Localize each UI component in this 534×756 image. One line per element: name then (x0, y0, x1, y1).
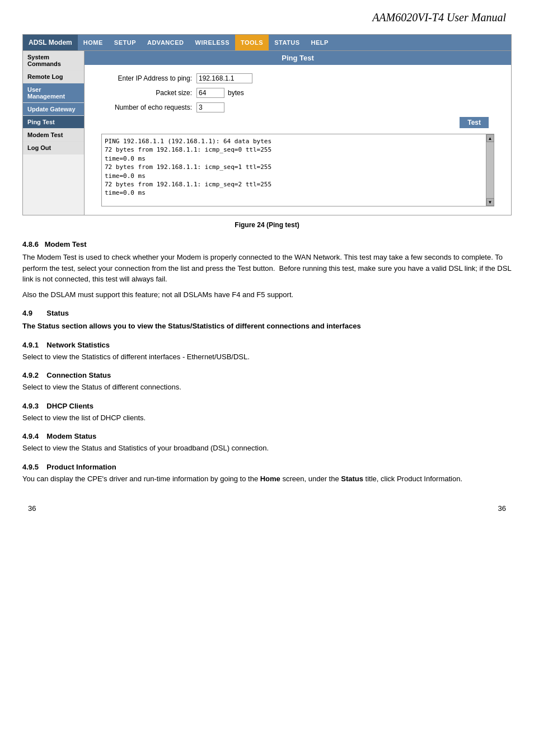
nav-brand: ADSL Modem (23, 35, 78, 50)
sidebar-item-update-gateway[interactable]: Update Gateway (23, 103, 84, 116)
section-491-heading: 4.9.1 Network Statistics (22, 341, 512, 349)
packet-input[interactable] (196, 88, 224, 98)
nav-item-advanced[interactable]: ADVANCED (142, 35, 190, 50)
ping-output-container: PING 192.168.1.1 (192.168.1.1): 64 data … (101, 134, 494, 206)
nav-item-home[interactable]: HOME (78, 35, 109, 50)
section-486-para1: The Modem Test is used to check whether … (22, 252, 512, 285)
section-492: 4.9.2 Connection Status Select to view t… (22, 371, 512, 393)
nav-item-tools[interactable]: TOOLS (235, 35, 269, 50)
section-486: 4.8.6 Modem Test The Modem Test is used … (22, 240, 512, 300)
scroll-down-arrow[interactable]: ▼ (486, 198, 494, 206)
sidebar-item-ping-test[interactable]: Ping Test (23, 116, 84, 129)
section-493-heading: 4.9.3 DHCP Clients (22, 402, 512, 410)
page-footer: 36 36 (22, 493, 512, 513)
sidebar-item-remote-log[interactable]: Remote Log (23, 71, 84, 83)
echo-label: Number of echo requests: (96, 104, 196, 111)
modem-ui-screenshot: ADSL Modem HOME SETUP ADVANCED WIRELESS … (22, 34, 512, 215)
section-491: 4.9.1 Network Statistics Select to view … (22, 341, 512, 363)
content-area: Ping Test Enter IP Address to ping: Pack… (85, 51, 511, 215)
section-495: 4.9.5 Product Information You can displa… (22, 463, 512, 485)
sidebar-item-log-out[interactable]: Log Out (23, 142, 84, 154)
bold-status: Status (341, 475, 363, 483)
section-494: 4.9.4 Modem Status Select to view the St… (22, 432, 512, 454)
ping-output: PING 192.168.1.1 (192.168.1.1): 64 data … (102, 134, 486, 206)
page-number-left: 36 (28, 504, 36, 513)
scroll-up-arrow[interactable]: ▲ (486, 134, 494, 142)
section-49-heading: 4.9 Status (22, 309, 512, 317)
nav-items: HOME SETUP ADVANCED WIRELESS TOOLS STATU… (78, 35, 334, 50)
sidebar-item-system-commands[interactable]: System Commands (23, 51, 84, 71)
nav-item-status[interactable]: STATUS (269, 35, 305, 50)
figure-caption: Figure 24 (Ping test) (22, 221, 512, 229)
page-number-right: 36 (498, 504, 506, 513)
nav-item-setup[interactable]: SETUP (109, 35, 142, 50)
packet-size-row: Packet size: bytes (96, 88, 500, 98)
section-492-heading: 4.9.2 Connection Status (22, 371, 512, 379)
nav-bar: ADSL Modem HOME SETUP ADVANCED WIRELESS … (23, 35, 511, 50)
bold-home: Home (260, 475, 280, 483)
section-49: 4.9 Status The Status section allows you… (22, 309, 512, 332)
section-495-para: You can display the CPE's driver and run… (22, 473, 512, 485)
section-486-para2: Also the DSLAM must support this feature… (22, 289, 512, 300)
nav-item-wireless[interactable]: WIRELESS (190, 35, 235, 50)
packet-label: Packet size: (96, 89, 196, 97)
echo-requests-row: Number of echo requests: (96, 102, 500, 112)
section-492-para: Select to view the Status of different c… (22, 382, 512, 393)
page-title: AAM6020VI-T4 User Manual (22, 11, 512, 24)
section-495-heading: 4.9.5 Product Information (22, 463, 512, 471)
sidebar-item-user-management[interactable]: User Management (23, 83, 84, 103)
sidebar-item-modem-test[interactable]: Modem Test (23, 129, 84, 142)
section-493: 4.9.3 DHCP Clients Select to view the li… (22, 402, 512, 424)
packet-unit: bytes (228, 89, 244, 97)
section-49-bold: The Status section allows you to view th… (22, 321, 512, 332)
content-title: Ping Test (85, 51, 511, 65)
test-button[interactable]: Test (460, 117, 489, 128)
test-button-row: Test (96, 117, 500, 128)
ping-scrollbar: ▲ ▼ (486, 134, 494, 206)
scroll-track (486, 142, 494, 198)
ip-input[interactable] (196, 73, 252, 83)
section-486-heading: 4.8.6 Modem Test (22, 240, 512, 248)
section-494-heading: 4.9.4 Modem Status (22, 432, 512, 440)
section-494-para: Select to view the Status and Statistics… (22, 443, 512, 454)
section-491-para: Select to view the Statistics of differe… (22, 351, 512, 363)
sidebar: System Commands Remote Log User Manageme… (23, 51, 85, 215)
ip-address-row: Enter IP Address to ping: (96, 73, 500, 83)
ip-label: Enter IP Address to ping: (96, 74, 196, 82)
section-493-para: Select to view the list of DHCP clients. (22, 412, 512, 424)
ui-body: System Commands Remote Log User Manageme… (23, 50, 511, 215)
echo-input[interactable] (196, 102, 224, 112)
nav-item-help[interactable]: HELP (306, 35, 334, 50)
content-body: Enter IP Address to ping: Packet size: b… (85, 65, 511, 215)
